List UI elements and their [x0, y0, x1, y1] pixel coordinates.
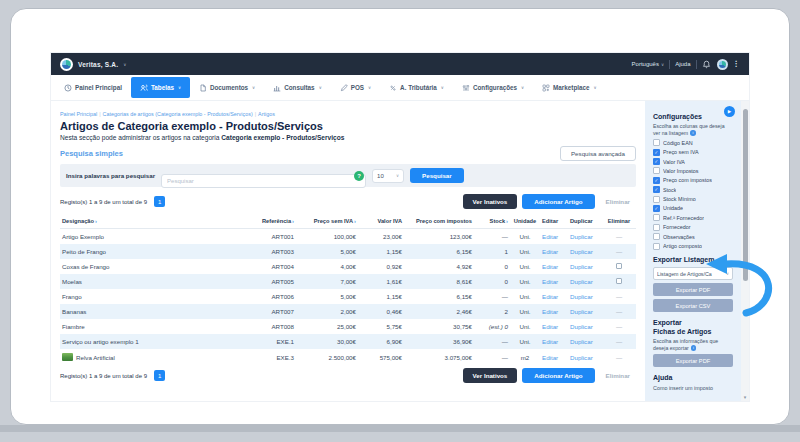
column-toggle[interactable]: Valor Impostos	[653, 167, 733, 174]
more-menu-icon[interactable]: ⋮	[733, 60, 741, 68]
checkbox-checked[interactable]: ✓	[653, 149, 660, 156]
search-button[interactable]: Pesquisar	[410, 168, 464, 183]
edit-link[interactable]: Editar	[542, 293, 558, 300]
column-header[interactable]: Preço sem IVA›	[296, 214, 358, 229]
column-toggle[interactable]: Artigo composto	[653, 243, 733, 250]
duplicate-link[interactable]: Duplicar	[570, 263, 593, 270]
nav-item-consultas[interactable]: Consultas∨	[264, 75, 331, 100]
checkbox-unchecked[interactable]	[653, 233, 660, 240]
nav-item-tabelas[interactable]: Tabelas∨	[131, 77, 190, 98]
scrollbar-thumb[interactable]	[743, 109, 748, 281]
info-icon[interactable]: i	[690, 130, 696, 136]
edit-link[interactable]: Editar	[542, 308, 558, 315]
column-toggle[interactable]: ✓Valor IVA	[653, 158, 733, 165]
breadcrumb-link-categorias[interactable]: Categorias de artigos (Categoria exemplo…	[103, 111, 253, 117]
edit-link[interactable]: Editar	[542, 323, 558, 330]
info-icon[interactable]: i	[691, 345, 697, 351]
column-toggle[interactable]: Fornecedor	[653, 224, 733, 231]
checkbox-checked[interactable]: ✓	[653, 205, 660, 212]
export-type-select[interactable]: Listagem de Artigos/Ca∨	[653, 267, 733, 280]
column-header[interactable]: Designação›	[60, 214, 240, 229]
view-inactive-button-bottom[interactable]: Ver Inativos	[463, 368, 518, 383]
add-article-button[interactable]: Adicionar Artigo	[522, 194, 594, 209]
nav-item-pos[interactable]: POS∨	[331, 75, 380, 100]
column-toggle[interactable]: ✓Preço com impostos	[653, 177, 733, 184]
checkbox-unchecked[interactable]	[653, 167, 660, 174]
sort-icon[interactable]: ›	[506, 218, 508, 224]
duplicate-link[interactable]: Duplicar	[570, 293, 593, 300]
nav-item-marketplace[interactable]: Marketplace∨	[533, 75, 605, 100]
add-article-button-bottom[interactable]: Adicionar Artigo	[522, 368, 594, 383]
pagination-page-1-bottom[interactable]: 1	[154, 370, 165, 381]
edit-link[interactable]: Editar	[542, 338, 558, 345]
app-scrollbar[interactable]: ▾	[741, 101, 749, 401]
duplicate-link[interactable]: Duplicar	[570, 278, 593, 285]
column-header[interactable]: Duplicar	[568, 214, 602, 229]
price-no-vat-cell: 5,00€	[296, 244, 358, 259]
nav-item-configuracoes[interactable]: Configurações∨	[453, 75, 533, 100]
user-avatar[interactable]	[717, 59, 728, 70]
edit-link[interactable]: Editar	[542, 248, 558, 255]
edit-link[interactable]: Editar	[542, 233, 558, 240]
page-size-select[interactable]: 10∨	[372, 169, 404, 183]
play-tutorial-button[interactable]: ▶	[724, 106, 735, 117]
column-toggle[interactable]: Stock Mínimo	[653, 196, 733, 203]
help-link[interactable]: Ajuda	[675, 61, 690, 67]
export-csv-button[interactable]: Exportar CSV	[653, 299, 733, 312]
edit-link[interactable]: Editar	[542, 278, 558, 285]
search-panel: Insira palavras para pesquisar ? 10∨ Pes…	[60, 164, 636, 187]
view-inactive-button[interactable]: Ver Inativos	[463, 194, 518, 209]
nav-item-painel-principal[interactable]: Painel Principal	[55, 75, 131, 100]
duplicate-link[interactable]: Duplicar	[570, 248, 593, 255]
delete-button-bottom[interactable]: Eliminar	[600, 368, 636, 383]
column-toggle[interactable]: ✓Preço sem IVA	[653, 149, 733, 156]
pagination-page-1[interactable]: 1	[154, 196, 165, 207]
column-toggle[interactable]: ✓Unidade	[653, 205, 733, 212]
duplicate-link[interactable]: Duplicar	[570, 308, 593, 315]
nav-item-documentos[interactable]: Documentos∨	[190, 75, 264, 100]
language-selector[interactable]: Português∨	[632, 61, 665, 67]
checkbox-unchecked[interactable]	[653, 214, 660, 221]
delete-button[interactable]: Eliminar	[600, 194, 636, 209]
edit-link[interactable]: Editar	[542, 354, 558, 361]
nav-item-a-tributaria[interactable]: A. Tributária∨	[380, 75, 453, 100]
checkbox-unchecked[interactable]	[653, 243, 660, 250]
duplicate-link[interactable]: Duplicar	[570, 338, 593, 345]
help-article-link[interactable]: Como inserir um imposto	[653, 385, 733, 391]
duplicate-link[interactable]: Duplicar	[570, 354, 593, 361]
notifications-bell-icon[interactable]	[702, 59, 712, 69]
export-sheets-pdf-button[interactable]: Exportar PDF	[653, 354, 733, 367]
checkbox-checked[interactable]: ✓	[653, 186, 660, 193]
column-header[interactable]: Eliminar	[602, 214, 636, 229]
column-toggle[interactable]: Ref.ª Fornecedor	[653, 214, 733, 221]
sort-icon[interactable]: ›	[95, 218, 97, 224]
brand-name[interactable]: Veritas, S.A.	[78, 61, 118, 68]
duplicate-link[interactable]: Duplicar	[570, 323, 593, 330]
column-header[interactable]: Stock›	[474, 214, 510, 229]
column-header[interactable]: Unidade	[510, 214, 540, 229]
checkbox-unchecked[interactable]	[653, 139, 660, 146]
breadcrumb-link-painel-principal[interactable]: Painel Principal	[60, 111, 97, 117]
checkbox-unchecked[interactable]	[653, 224, 660, 231]
column-toggle[interactable]: Código EAN	[653, 139, 733, 146]
export-pdf-button[interactable]: Exportar PDF	[653, 283, 733, 296]
scroll-down-arrow-icon[interactable]: ▾	[741, 394, 749, 400]
checkbox-checked[interactable]: ✓	[653, 177, 660, 184]
column-toggle[interactable]: ✓Stock	[653, 186, 733, 193]
sort-icon[interactable]: ›	[354, 218, 356, 224]
duplicate-link[interactable]: Duplicar	[570, 233, 593, 240]
row-delete-checkbox[interactable]	[616, 263, 622, 269]
advanced-search-button[interactable]: Pesquisa avançada	[560, 146, 636, 161]
checkbox-unchecked[interactable]	[653, 196, 660, 203]
edit-link[interactable]: Editar	[542, 263, 558, 270]
column-toggle[interactable]: Observações	[653, 233, 733, 240]
column-header[interactable]: Editar	[540, 214, 568, 229]
row-delete-checkbox[interactable]	[616, 278, 622, 284]
search-input[interactable]	[161, 174, 366, 188]
column-header[interactable]: Valor IVA	[358, 214, 404, 229]
search-help-icon[interactable]: ?	[354, 171, 364, 181]
checkbox-checked[interactable]: ✓	[653, 158, 660, 165]
column-header[interactable]: Referência›	[240, 214, 296, 229]
sort-icon[interactable]: ›	[292, 218, 294, 224]
column-header[interactable]: Preço com impostos	[404, 214, 474, 229]
